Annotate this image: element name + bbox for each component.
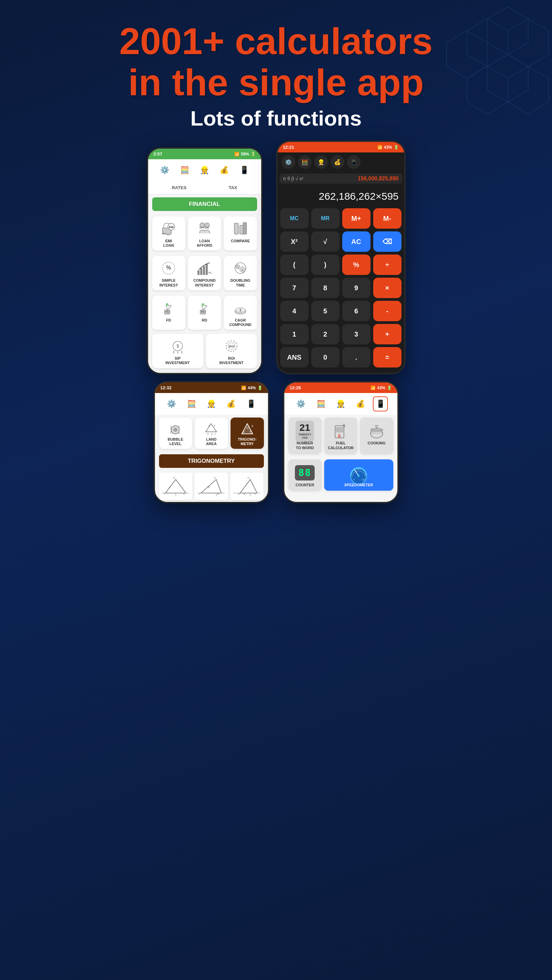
person-icon[interactable]: 👷 (197, 163, 212, 178)
simple-interest-label: SIMPLEINTEREST (154, 278, 183, 287)
land-area-card[interactable]: a b c d e LANDAREA (195, 417, 228, 449)
calc-main-icon[interactable]: 🧮 (298, 155, 311, 169)
svg-text:ROI: ROI (228, 345, 234, 348)
btn-equals[interactable]: = (373, 347, 402, 368)
svg-rect-13 (234, 223, 238, 234)
btn-1[interactable]: 1 (280, 324, 308, 344)
trig-phone-icon[interactable]: 📱 (244, 396, 258, 411)
calc-person-icon[interactable]: 👷 (314, 155, 328, 169)
btn-open-paren[interactable]: ( (280, 255, 308, 275)
svg-text:b: b (211, 433, 213, 436)
counter-card[interactable]: 88 COUNTER (289, 460, 321, 491)
misc-bag-icon[interactable]: 💰 (353, 396, 368, 411)
svg-text:C°: C° (173, 477, 176, 479)
settings-icon[interactable]: ⚙️ (157, 163, 172, 178)
btn-close-paren[interactable]: ) (311, 255, 340, 275)
trigonometry-label: TRIGONO-METRY (233, 437, 262, 446)
money-bag-icon[interactable]: 💰 (217, 163, 232, 178)
trig-settings-icon[interactable]: ⚙️ (164, 396, 179, 411)
number-to-word-card[interactable]: 21 TWENTY ONE NUMBERTO WORD (289, 417, 321, 454)
rd-card[interactable]: RD RD (188, 296, 221, 330)
bottom-phones-row: 12:32 📶 44% 🔋 ⚙️ 🧮 👷 💰 📱 (0, 381, 552, 517)
cagr-label: CAGRCOMPOUND (226, 318, 255, 327)
btn-6[interactable]: 6 (342, 301, 370, 321)
svg-text:120: 120 (361, 479, 365, 481)
misc-phone-icon[interactable]: 📱 (373, 396, 388, 411)
fd-label: FD (154, 318, 183, 323)
phone-icon[interactable]: 📱 (237, 163, 252, 178)
speedometer-card[interactable]: 0 120 km/h SPEEDOMETER (324, 460, 393, 491)
btn-ac[interactable]: AC (342, 231, 370, 252)
svg-marker-66 (201, 479, 221, 493)
btn-5[interactable]: 5 (311, 301, 340, 321)
btn-dot[interactable]: . (342, 347, 370, 368)
svg-marker-73 (240, 479, 257, 493)
svg-rect-15 (243, 223, 247, 234)
trigonometry-card[interactable]: C° ? A' X TRIGONO-METRY (231, 417, 263, 449)
btn-4[interactable]: 4 (280, 301, 308, 321)
btn-8[interactable]: 8 (311, 278, 340, 298)
land-area-label: LANDAREA (197, 437, 226, 446)
btn-percent[interactable]: % (342, 255, 370, 275)
headline: 2001+ calculators in the single app (27, 21, 525, 103)
fd-card[interactable]: FD FD (152, 296, 185, 330)
time-3: 12:32 (160, 385, 172, 390)
misc-settings-icon[interactable]: ⚙️ (294, 396, 308, 411)
financial-grid-row2: % SIMPLEINTEREST YEAR (148, 253, 261, 293)
btn-multiply[interactable]: × (373, 278, 402, 298)
misc-person-icon[interactable]: 👷 (333, 396, 348, 411)
btn-mc[interactable]: MC (280, 208, 308, 229)
bubble-level-card[interactable]: BUBBLELEVEL (159, 417, 192, 449)
cagr-card[interactable]: $ CAGRCOMPOUND (224, 296, 257, 330)
bubble-level-icon (161, 421, 190, 437)
status-bar-4: 12:26 📶 43% 🔋 (284, 382, 397, 393)
btn-mplus[interactable]: M+ (342, 208, 370, 229)
btn-backspace[interactable]: ⌫ (373, 231, 402, 252)
fuel-calc-card[interactable]: ⛽ FUELCALCULATOR (324, 417, 357, 454)
btn-sqrt[interactable]: √ (311, 231, 340, 252)
emi-icon: EMI (154, 220, 183, 237)
sip-card[interactable]: $ SIPINVESTMENT (152, 334, 203, 368)
emi-loan-card[interactable]: EMI EMILOAN (152, 216, 185, 250)
status-icons-1: 📶 59% 🔋 (234, 152, 255, 156)
svg-text:$: $ (242, 269, 244, 272)
compound-interest-label: COMPOUNDINTEREST (190, 278, 219, 287)
svg-rect-18 (198, 270, 199, 275)
simple-interest-card[interactable]: % SIMPLEINTEREST (152, 256, 185, 290)
btn-mr[interactable]: MR (311, 208, 340, 229)
calc-settings-icon[interactable]: ⚙️ (282, 155, 295, 169)
calculator-icon[interactable]: 🧮 (177, 163, 192, 178)
trig-bag-icon[interactable]: 💰 (224, 396, 239, 411)
btn-9[interactable]: 9 (342, 278, 370, 298)
btn-square[interactable]: X² (280, 231, 308, 252)
misc-calc-icon[interactable]: 🧮 (313, 396, 328, 411)
roi-card[interactable]: ROI ROIINVESTMENT (206, 334, 257, 368)
compound-interest-card[interactable]: YEAR COMPOUNDINTEREST (188, 256, 221, 290)
tab-rates[interactable]: RATES (165, 184, 193, 192)
trig-person-icon[interactable]: 👷 (204, 396, 219, 411)
cooking-card[interactable]: COOKING (360, 417, 393, 454)
btn-minus[interactable]: - (373, 301, 402, 321)
btn-7[interactable]: 7 (280, 278, 308, 298)
loan-afford-card[interactable]: AFFORD LOANAFFORD (188, 216, 221, 250)
svg-text:%: % (166, 265, 171, 270)
btn-3[interactable]: 3 (342, 324, 370, 344)
btn-divide[interactable]: ÷ (373, 255, 402, 275)
trig-shapes: Y C° X Z Y C° B° A' (155, 471, 268, 502)
btn-mminus[interactable]: M- (373, 208, 402, 229)
tab-tax[interactable]: TAX (222, 184, 244, 192)
compare-card[interactable]: COMPARE (224, 216, 257, 250)
btn-0[interactable]: 0 (311, 347, 340, 368)
btn-ans[interactable]: ANS (280, 347, 308, 368)
triangle-2: Y C° B° A' (195, 473, 228, 500)
btn-plus[interactable]: + (373, 324, 402, 344)
roi-label: ROIINVESTMENT (208, 356, 255, 365)
formula-bar: π θ β √ x² 156,000,825,890 (279, 173, 402, 184)
svg-text:c: c (215, 432, 216, 435)
calc-phone-icon[interactable]: 📱 (347, 155, 361, 169)
doubling-time-card[interactable]: $ DOUBLINGTIME (224, 256, 257, 290)
rd-icon: RD (190, 299, 219, 317)
trig-calc-icon[interactable]: 🧮 (184, 396, 199, 411)
calc-money-icon[interactable]: 💰 (331, 155, 344, 169)
btn-2[interactable]: 2 (311, 324, 340, 344)
